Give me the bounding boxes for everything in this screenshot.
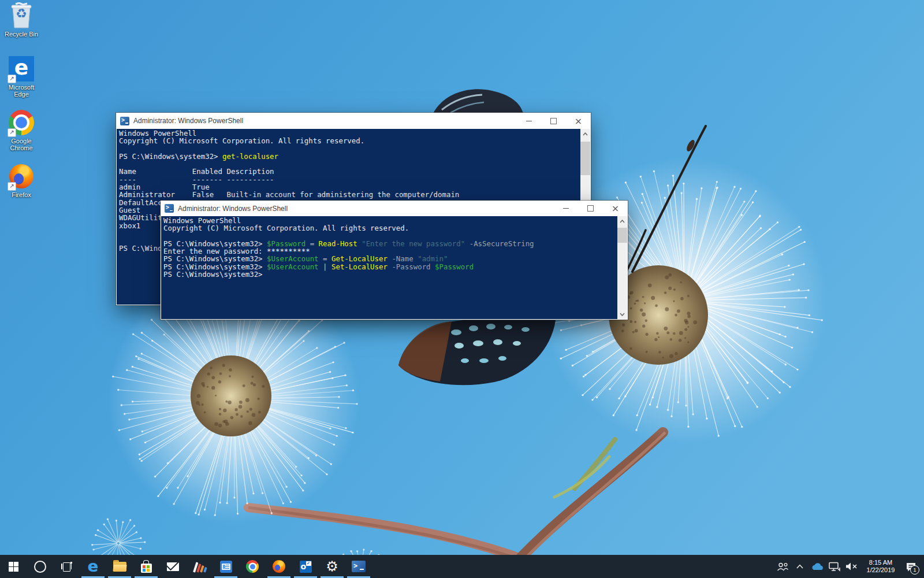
desktop-icon-firefox[interactable]: ↗ Firefox xyxy=(0,163,43,198)
taskbar-chrome-button[interactable] xyxy=(239,555,266,578)
onedrive-button[interactable] xyxy=(808,555,826,578)
cortana-search-button[interactable] xyxy=(27,555,53,578)
edge-icon: e xyxy=(88,558,98,574)
firefox-icon xyxy=(273,560,285,573)
task-view-button[interactable] xyxy=(53,555,80,578)
volume-button[interactable] xyxy=(843,555,860,578)
shortcut-arrow-icon: ↗ xyxy=(8,75,16,83)
desktop-icon-label: Google Chrome xyxy=(5,138,38,151)
console-output: Windows PowerShellCopyright (C) Microsof… xyxy=(163,217,616,278)
microsoft-store-icon xyxy=(141,564,152,573)
taskbar-settings-button[interactable]: ⚙ xyxy=(319,555,345,578)
scroll-up-icon[interactable] xyxy=(617,216,627,226)
window-title: Administrator: Windows PowerShell xyxy=(133,117,516,125)
chrome-icon xyxy=(246,560,259,573)
taskbar-store-button[interactable] xyxy=(133,555,159,578)
network-button[interactable] xyxy=(826,555,843,578)
taskbar-mail-button[interactable] xyxy=(159,555,186,578)
maximize-icon xyxy=(550,118,557,124)
desktop: ♻ Recycle Bin e ↗ Microsoft Edge ↗ Googl… xyxy=(0,0,924,578)
scrollbar-thumb[interactable] xyxy=(617,228,627,243)
scroll-down-icon[interactable] xyxy=(617,309,627,319)
people-button[interactable] xyxy=(774,555,791,578)
clock-time: 8:15 AM xyxy=(863,559,899,566)
window-title: Administrator: Windows PowerShell xyxy=(178,205,553,213)
powershell-icon: > xyxy=(120,117,129,125)
desktop-icon-microsoft-edge[interactable]: e ↗ Microsoft Edge xyxy=(0,55,43,98)
shortcut-arrow-icon: ↗ xyxy=(8,182,16,191)
taskbar-file-explorer-button[interactable] xyxy=(106,555,133,578)
maximize-icon xyxy=(587,205,594,212)
onedrive-cloud-icon xyxy=(810,562,824,571)
shortcut-arrow-icon: ↗ xyxy=(8,128,16,137)
window-titlebar[interactable]: > Administrator: Windows PowerShell × xyxy=(116,113,591,129)
powershell-window-front[interactable]: > Administrator: Windows PowerShell × Wi… xyxy=(161,201,628,320)
taskbar-clock[interactable]: 8:15 AM 1/22/2019 xyxy=(863,559,899,574)
maximize-button[interactable] xyxy=(578,201,603,216)
minimize-button[interactable] xyxy=(553,201,578,216)
window-titlebar[interactable]: > Administrator: Windows PowerShell × xyxy=(161,201,628,216)
scrollbar[interactable] xyxy=(617,216,627,319)
cortana-circle-icon xyxy=(34,561,46,573)
console-area[interactable]: Windows PowerShellCopyright (C) Microsof… xyxy=(161,216,627,319)
desktop-icon-google-chrome[interactable]: ↗ Google Chrome xyxy=(0,109,43,151)
minimize-button[interactable] xyxy=(516,113,541,129)
system-tray: 8:15 AM 1/22/2019 1 xyxy=(774,555,924,578)
file-explorer-icon xyxy=(113,562,126,572)
minimize-icon xyxy=(526,121,532,121)
windows-logo-icon xyxy=(9,562,18,572)
taskbar-edge-button[interactable]: e xyxy=(80,555,106,578)
outlook-icon: o ✓ xyxy=(300,561,312,573)
task-view-icon xyxy=(61,562,72,571)
minimize-icon xyxy=(563,208,569,209)
mail-icon xyxy=(167,562,179,571)
close-button[interactable]: × xyxy=(603,201,628,216)
scrollbar-thumb[interactable] xyxy=(580,142,590,175)
maximize-button[interactable] xyxy=(541,113,566,129)
start-button[interactable] xyxy=(0,555,27,578)
recycle-symbol: ♻ xyxy=(0,6,43,21)
powershell-icon: > xyxy=(352,561,366,572)
desktop-icon-recycle-bin[interactable]: ♻ Recycle Bin xyxy=(0,2,43,38)
taskbar: e xyxy=(0,555,924,578)
stripes-app-icon xyxy=(193,561,206,572)
close-button[interactable]: × xyxy=(566,113,591,129)
chevron-up-icon xyxy=(796,564,804,569)
desktop-icon-label: Recycle Bin xyxy=(0,31,43,38)
taskbar-powershell-button[interactable]: > xyxy=(345,555,372,578)
scroll-up-icon[interactable] xyxy=(580,129,590,139)
clock-date: 1/22/2019 xyxy=(863,566,899,574)
taskbar-outlook-button[interactable]: o ✓ xyxy=(292,555,319,578)
taskbar-stripes-app-button[interactable] xyxy=(186,555,213,578)
action-center-button[interactable]: 1 xyxy=(901,555,921,578)
volume-muted-icon xyxy=(845,562,859,571)
gear-icon: ⚙ xyxy=(326,560,338,573)
taskbar-firefox-button[interactable] xyxy=(266,555,292,578)
desktop-icon-label: Firefox xyxy=(0,191,43,198)
powershell-icon: > xyxy=(165,204,174,213)
desktop-icon-label: Microsoft Edge xyxy=(5,84,38,98)
network-icon xyxy=(828,561,841,572)
taskbar-document-app-button[interactable] xyxy=(213,555,239,578)
people-icon xyxy=(776,562,789,572)
notification-badge: 1 xyxy=(910,565,919,575)
show-hidden-icons-button[interactable] xyxy=(791,555,808,578)
document-app-icon xyxy=(220,561,232,573)
